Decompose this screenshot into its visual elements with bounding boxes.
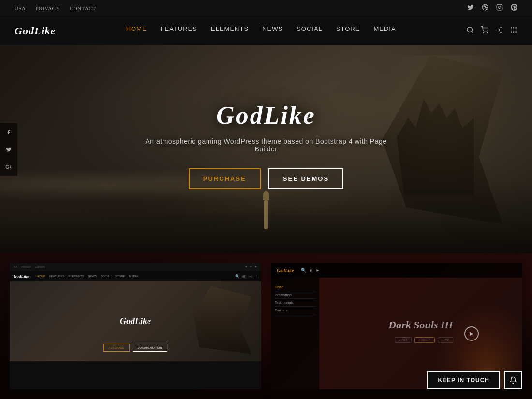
keep-in-touch-area: Keep in Touch <box>427 371 522 389</box>
svg-line-4 <box>472 31 473 33</box>
mini-nav-icons: 🔍 ⊕ → ⠿ <box>235 274 257 279</box>
svg-point-10 <box>515 27 517 29</box>
svg-point-12 <box>513 29 515 30</box>
card2-nav: GodLike 🔍 ⊕ ► <box>271 263 522 278</box>
top-bar-links: USA Privacy Contact <box>15 5 96 11</box>
mini-nav-features: Features <box>49 275 65 278</box>
nav-item-social[interactable]: Social <box>291 21 328 40</box>
mini-grid-icon: ⠿ <box>254 274 257 279</box>
mini-social-3: ✦ <box>254 265 257 269</box>
nav-item-features[interactable]: Features <box>155 21 203 40</box>
hero-buttons: Purchase See Demos <box>133 168 399 189</box>
svg-point-14 <box>511 31 512 33</box>
top-bar: USA Privacy Contact <box>0 0 532 16</box>
keep-in-touch-button[interactable]: Keep in Touch <box>427 371 500 389</box>
mini-docs-btn: Documentation <box>133 344 167 352</box>
topbar-link-privacy[interactable]: Privacy <box>36 5 60 11</box>
mini-hero: GodLike Purchase Documentation <box>10 281 261 361</box>
side-facebook-icon[interactable] <box>0 123 17 141</box>
side-social-bar: G+ <box>0 123 17 176</box>
svg-point-5 <box>483 32 484 33</box>
svg-point-8 <box>511 27 512 29</box>
search-icon[interactable] <box>466 26 474 36</box>
card2-sidebar-info: Information <box>275 291 315 299</box>
card2-search-icon: 🔍 <box>301 268 306 273</box>
mini-nav-home: Home <box>37 275 45 278</box>
nav-item-elements[interactable]: Elements <box>205 21 254 40</box>
hero-content: GodLike An atmospheric gaming WordPress … <box>133 101 399 189</box>
mini-link-contact: Contact <box>35 266 45 268</box>
mini-link-usa: SA <box>14 266 17 268</box>
nav-item-news[interactable]: News <box>256 21 289 40</box>
mini-top-bar: SA Privacy Contact ✦ ✦ ✦ <box>10 263 261 271</box>
purchase-button[interactable]: Purchase <box>189 168 261 189</box>
mini-link-privacy: Privacy <box>21 266 31 268</box>
grid-menu-icon[interactable] <box>510 26 517 36</box>
mini-social-1: ✦ <box>245 265 248 269</box>
svg-point-6 <box>487 32 488 33</box>
mini-nav-elements: Elements <box>69 275 84 278</box>
mini-login-icon: → <box>248 274 252 279</box>
svg-point-16 <box>515 31 517 33</box>
see-demos-button[interactable]: See Demos <box>268 168 343 189</box>
mini-socials: ✦ ✦ ✦ <box>245 265 257 269</box>
mini-nav-store: Store <box>115 275 125 278</box>
svg-point-15 <box>513 31 515 33</box>
card2-sidebar-home: Home <box>275 283 315 291</box>
svg-point-9 <box>513 27 515 29</box>
nav-actions <box>466 26 517 36</box>
demo-card-1[interactable]: SA Privacy Contact ✦ ✦ ✦ GodLike Home Fe… <box>10 263 261 389</box>
mini-nav-social: Social <box>101 275 111 278</box>
mini-hero-title: GodLike <box>120 316 151 326</box>
mini-social-2: ✦ <box>250 265 252 269</box>
svg-point-3 <box>467 27 473 32</box>
card2-sidebar-partners: Partners <box>275 307 315 314</box>
login-icon[interactable] <box>495 26 503 36</box>
hero-character-figure <box>259 191 273 229</box>
mini-nav: GodLike Home Features Elements News Soci… <box>10 271 261 281</box>
topbar-link-contact[interactable]: Contact <box>70 5 96 11</box>
twitter-icon[interactable] <box>467 4 474 13</box>
mini-nav-news: News <box>88 275 97 278</box>
mini-search-icon: 🔍 <box>235 274 240 279</box>
cart-icon[interactable] <box>481 26 488 36</box>
bottom-section: SA Privacy Contact ✦ ✦ ✦ GodLike Home Fe… <box>0 253 532 399</box>
card2-icon-2: ⊕ <box>309 268 313 273</box>
demo-card-2[interactable]: GodLike 🔍 ⊕ ► Home Information Testimoni… <box>271 263 522 389</box>
top-bar-social <box>467 4 517 13</box>
mini-site-preview: SA Privacy Contact ✦ ✦ ✦ GodLike Home Fe… <box>10 263 261 389</box>
nav-item-store[interactable]: Store <box>330 21 366 40</box>
card2-play-button[interactable]: ▶ <box>464 326 479 341</box>
card2-background: GodLike 🔍 ⊕ ► Home Information Testimoni… <box>271 263 522 389</box>
svg-point-11 <box>511 29 512 30</box>
instagram-icon[interactable] <box>496 4 503 13</box>
brand-logo[interactable]: GodLike <box>15 25 56 37</box>
pinterest-icon[interactable] <box>511 4 517 13</box>
mini-hero-buttons: Purchase Documentation <box>103 344 167 352</box>
nav-item-home[interactable]: Home <box>120 21 153 40</box>
mini-cart-icon: ⊕ <box>242 274 246 279</box>
mini-brand: GodLike <box>14 274 29 279</box>
card2-sidebar: Home Information Testimonials Partners <box>271 278 319 389</box>
svg-rect-1 <box>497 4 502 10</box>
card2-brand: GodLike <box>277 268 294 273</box>
keep-in-touch-icon[interactable] <box>504 371 522 389</box>
hero-subtitle: An atmospheric gaming WordPress theme ba… <box>133 137 399 153</box>
mini-purchase-btn: Purchase <box>103 344 130 352</box>
main-nav: GodLike Home Features Elements News Soci… <box>0 16 532 45</box>
nav-links: Home Features Elements News Social Store… <box>120 21 402 40</box>
side-googleplus-icon[interactable]: G+ <box>0 158 17 176</box>
card2-sidebar-testimonials: Testimonials <box>275 299 315 307</box>
mini-nav-media: Media <box>129 275 138 278</box>
topbar-link-usa[interactable]: USA <box>15 5 26 11</box>
hero-section: G+ GodLike An atmospheric gaming WordPre… <box>0 45 532 253</box>
dribbble-icon[interactable] <box>482 4 488 13</box>
nav-item-media[interactable]: Media <box>368 21 401 40</box>
hero-title: GodLike <box>133 101 399 130</box>
card2-nav-icons: 🔍 ⊕ ► <box>301 268 320 273</box>
card2-icon-3: ► <box>316 268 320 273</box>
side-twitter-icon[interactable] <box>0 141 17 158</box>
svg-point-13 <box>515 29 517 30</box>
